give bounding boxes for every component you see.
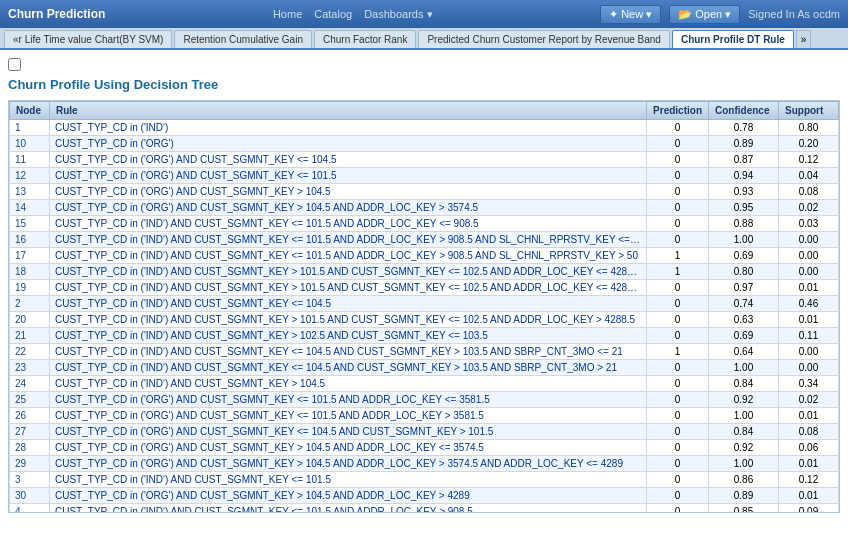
- tab-0[interactable]: «r Life Time value Chart(BY SVM): [4, 30, 172, 48]
- col-header-rule[interactable]: Rule: [50, 102, 647, 120]
- cell-confidence: 0.94: [709, 168, 779, 184]
- cell-confidence: 0.69: [709, 248, 779, 264]
- cell-support: 0.09: [779, 504, 839, 514]
- cell-node: 11: [10, 152, 50, 168]
- col-header-node[interactable]: Node: [10, 102, 50, 120]
- cell-support: 0.00: [779, 248, 839, 264]
- cell-node: 4: [10, 504, 50, 514]
- top-bar-nav: Home Catalog Dashboards ▾: [273, 8, 433, 21]
- tab-2[interactable]: Churn Factor Rank: [314, 30, 416, 48]
- tab-1[interactable]: Retention Cumulative Gain: [174, 30, 312, 48]
- table-row[interactable]: 25 CUST_TYP_CD in ('ORG') AND CUST_SGMNT…: [10, 392, 839, 408]
- cell-support: 0.11: [779, 328, 839, 344]
- table-row[interactable]: 28 CUST_TYP_CD in ('ORG') AND CUST_SGMNT…: [10, 440, 839, 456]
- table-row[interactable]: 3 CUST_TYP_CD in ('IND') AND CUST_SGMNT_…: [10, 472, 839, 488]
- tab-bar: «r Life Time value Chart(BY SVM) Retenti…: [0, 28, 848, 50]
- table-row[interactable]: 26 CUST_TYP_CD in ('ORG') AND CUST_SGMNT…: [10, 408, 839, 424]
- tab-3[interactable]: Predicted Churn Customer Report by Reven…: [418, 30, 669, 48]
- cell-node: 17: [10, 248, 50, 264]
- col-header-support[interactable]: Support: [779, 102, 839, 120]
- cell-prediction: 0: [647, 152, 709, 168]
- cell-node: 10: [10, 136, 50, 152]
- select-all-checkbox[interactable]: [8, 58, 21, 71]
- cell-support: 0.20: [779, 136, 839, 152]
- cell-prediction: 0: [647, 408, 709, 424]
- cell-rule: CUST_TYP_CD in ('IND') AND CUST_SGMNT_KE…: [50, 312, 647, 328]
- cell-prediction: 0: [647, 136, 709, 152]
- cell-confidence: 1.00: [709, 360, 779, 376]
- cell-node: 26: [10, 408, 50, 424]
- table-row[interactable]: 11 CUST_TYP_CD in ('ORG') AND CUST_SGMNT…: [10, 152, 839, 168]
- cell-rule: CUST_TYP_CD in ('ORG') AND CUST_SGMNT_KE…: [50, 440, 647, 456]
- cell-confidence: 0.97: [709, 280, 779, 296]
- cell-prediction: 1: [647, 264, 709, 280]
- cell-confidence: 0.92: [709, 440, 779, 456]
- table-row[interactable]: 13 CUST_TYP_CD in ('ORG') AND CUST_SGMNT…: [10, 184, 839, 200]
- table-row[interactable]: 23 CUST_TYP_CD in ('IND') AND CUST_SGMNT…: [10, 360, 839, 376]
- nav-dashboards[interactable]: Dashboards ▾: [364, 8, 432, 21]
- cell-node: 25: [10, 392, 50, 408]
- table-row[interactable]: 19 CUST_TYP_CD in ('IND') AND CUST_SGMNT…: [10, 280, 839, 296]
- cell-rule: CUST_TYP_CD in ('IND'): [50, 120, 647, 136]
- cell-support: 0.02: [779, 200, 839, 216]
- table-row[interactable]: 24 CUST_TYP_CD in ('IND') AND CUST_SGMNT…: [10, 376, 839, 392]
- table-row[interactable]: 10 CUST_TYP_CD in ('ORG') 0 0.89 0.20: [10, 136, 839, 152]
- cell-confidence: 0.78: [709, 120, 779, 136]
- cell-node: 28: [10, 440, 50, 456]
- table-row[interactable]: 21 CUST_TYP_CD in ('IND') AND CUST_SGMNT…: [10, 328, 839, 344]
- table-row[interactable]: 30 CUST_TYP_CD in ('ORG') AND CUST_SGMNT…: [10, 488, 839, 504]
- table-row[interactable]: 12 CUST_TYP_CD in ('ORG') AND CUST_SGMNT…: [10, 168, 839, 184]
- cell-node: 2: [10, 296, 50, 312]
- table-row[interactable]: 15 CUST_TYP_CD in ('IND') AND CUST_SGMNT…: [10, 216, 839, 232]
- cell-support: 0.01: [779, 488, 839, 504]
- cell-prediction: 0: [647, 360, 709, 376]
- cell-confidence: 0.84: [709, 424, 779, 440]
- tab-4[interactable]: Churn Profile DT Rule: [672, 30, 794, 50]
- cell-confidence: 0.74: [709, 296, 779, 312]
- cell-rule: CUST_TYP_CD in ('IND') AND CUST_SGMNT_KE…: [50, 360, 647, 376]
- table-row[interactable]: 18 CUST_TYP_CD in ('IND') AND CUST_SGMNT…: [10, 264, 839, 280]
- cell-confidence: 0.85: [709, 504, 779, 514]
- cell-node: 16: [10, 232, 50, 248]
- table-row[interactable]: 29 CUST_TYP_CD in ('ORG') AND CUST_SGMNT…: [10, 456, 839, 472]
- cell-rule: CUST_TYP_CD in ('ORG') AND CUST_SGMNT_KE…: [50, 184, 647, 200]
- table-row[interactable]: 1 CUST_TYP_CD in ('IND') 0 0.78 0.80: [10, 120, 839, 136]
- table-body: 1 CUST_TYP_CD in ('IND') 0 0.78 0.80 10 …: [10, 120, 839, 514]
- cell-prediction: 0: [647, 200, 709, 216]
- cell-support: 0.01: [779, 408, 839, 424]
- cell-prediction: 0: [647, 312, 709, 328]
- table-row[interactable]: 16 CUST_TYP_CD in ('IND') AND CUST_SGMNT…: [10, 232, 839, 248]
- cell-prediction: 0: [647, 216, 709, 232]
- cell-node: 22: [10, 344, 50, 360]
- cell-support: 0.80: [779, 120, 839, 136]
- table-row[interactable]: 14 CUST_TYP_CD in ('ORG') AND CUST_SGMNT…: [10, 200, 839, 216]
- table-container[interactable]: Node Rule Prediction Confidence Support …: [8, 100, 840, 513]
- cell-support: 0.01: [779, 312, 839, 328]
- open-button[interactable]: 📂 Open ▾: [669, 5, 740, 24]
- cell-confidence: 1.00: [709, 456, 779, 472]
- cell-node: 18: [10, 264, 50, 280]
- new-button[interactable]: ✦ New ▾: [600, 5, 661, 24]
- table-row[interactable]: 4 CUST_TYP_CD in ('IND') AND CUST_SGMNT_…: [10, 504, 839, 514]
- cell-confidence: 0.84: [709, 376, 779, 392]
- cell-support: 0.04: [779, 168, 839, 184]
- table-row[interactable]: 27 CUST_TYP_CD in ('ORG') AND CUST_SGMNT…: [10, 424, 839, 440]
- cell-support: 0.00: [779, 360, 839, 376]
- cell-prediction: 0: [647, 504, 709, 514]
- cell-confidence: 0.92: [709, 392, 779, 408]
- tab-more-button[interactable]: »: [796, 30, 812, 48]
- table-row[interactable]: 22 CUST_TYP_CD in ('IND') AND CUST_SGMNT…: [10, 344, 839, 360]
- table-row[interactable]: 17 CUST_TYP_CD in ('IND') AND CUST_SGMNT…: [10, 248, 839, 264]
- cell-prediction: 0: [647, 328, 709, 344]
- nav-catalog[interactable]: Catalog: [314, 8, 352, 21]
- cell-confidence: 0.95: [709, 200, 779, 216]
- cell-prediction: 1: [647, 248, 709, 264]
- table-row[interactable]: 20 CUST_TYP_CD in ('IND') AND CUST_SGMNT…: [10, 312, 839, 328]
- cell-support: 0.06: [779, 440, 839, 456]
- table-row[interactable]: 2 CUST_TYP_CD in ('IND') AND CUST_SGMNT_…: [10, 296, 839, 312]
- nav-home[interactable]: Home: [273, 8, 302, 21]
- cell-prediction: 0: [647, 168, 709, 184]
- cell-node: 23: [10, 360, 50, 376]
- col-header-confidence[interactable]: Confidence: [709, 102, 779, 120]
- col-header-prediction[interactable]: Prediction: [647, 102, 709, 120]
